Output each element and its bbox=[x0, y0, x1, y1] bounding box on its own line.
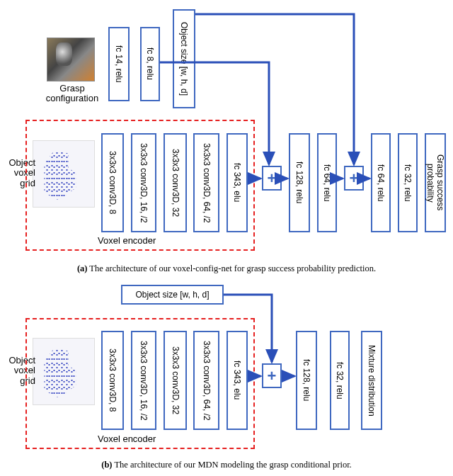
fc128-a: fc 128, relu bbox=[289, 133, 310, 232]
output-a: Grasp success probability bbox=[425, 133, 446, 232]
grasp-label: Grasp configuration bbox=[37, 84, 108, 104]
plus-2-a: + bbox=[344, 166, 364, 191]
fc64a-a: fc 64, relu bbox=[317, 133, 337, 232]
diagram-a: Grasp configuration fc 14, relu fc 8, re… bbox=[6, 6, 447, 261]
fc32-b: fc 32, relu bbox=[330, 331, 350, 430]
objsize-block-a: Object size [w, h, d] bbox=[173, 9, 195, 108]
voxel-encoder-box-b bbox=[25, 318, 255, 449]
plus-b: + bbox=[262, 363, 282, 388]
caption-b: (b) The architecture of our MDN modeling… bbox=[6, 460, 447, 470]
voxel-encoder-label-b: Voxel encoder bbox=[98, 434, 156, 444]
fc14-block: fc 14, relu bbox=[108, 27, 130, 101]
voxel-encoder-label-a: Voxel encoder bbox=[98, 235, 156, 246]
diagram-b: Object size [w, h, d] Object voxel grid … bbox=[6, 280, 447, 457]
fc8-block: fc 8, relu bbox=[140, 27, 160, 101]
voxel-encoder-box-a bbox=[25, 120, 255, 251]
fc128-b: fc 128, relu bbox=[296, 331, 317, 430]
grasp-config-image bbox=[47, 38, 95, 81]
caption-a: (a) The architecture of our voxel-config… bbox=[6, 264, 447, 274]
fc32-a: fc 32, relu bbox=[398, 133, 418, 232]
plus-1-a: + bbox=[262, 166, 282, 191]
fc64b-a: fc 64, relu bbox=[371, 133, 391, 232]
objsize-block-b: Object size [w, h, d] bbox=[121, 285, 224, 305]
output-b: Mixture distribution bbox=[361, 331, 382, 430]
